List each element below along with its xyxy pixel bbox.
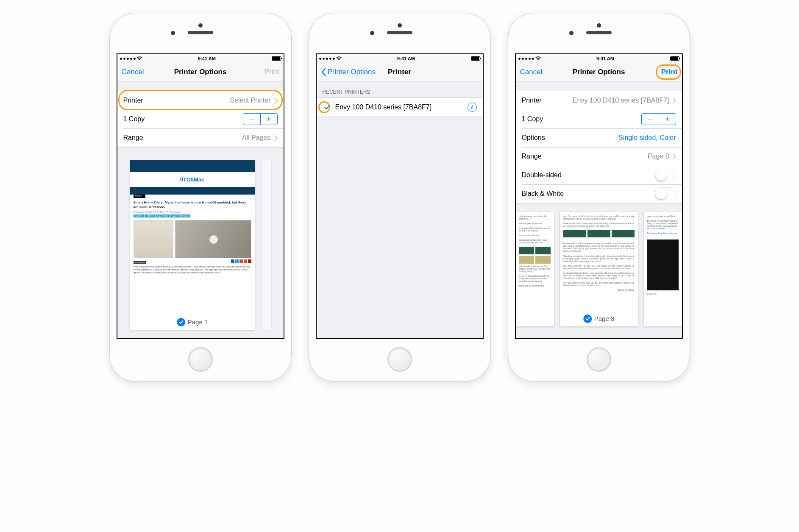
back-button[interactable]: Printer Options <box>317 63 380 81</box>
article-tags: FEATUREHOMEKITSMART HOMESMART HOME DIARY <box>134 214 251 217</box>
page-thumbnail-selected[interactable]: app. The upshot of all this is that both… <box>560 212 638 326</box>
screen: 9:41 AM Cancel Printer Options Print Pri… <box>515 53 683 339</box>
status-time: 9:41 AM <box>397 56 415 61</box>
sensor-dot <box>398 23 402 28</box>
page-thumbnail-prev[interactable]: reduced energy costs, but at the expense… <box>516 212 554 326</box>
guides-label: Guides <box>647 292 679 296</box>
preview-area[interactable]: 9TO5Mac TODAY Smart Home Diary: My entir… <box>117 148 284 338</box>
print-button: Print <box>260 63 284 81</box>
check-icon <box>583 315 592 323</box>
nav-title: Printer Options <box>573 68 625 76</box>
ear-speaker <box>188 31 213 34</box>
double-sided-switch[interactable] <box>655 169 676 181</box>
range-value: All Pages <box>242 134 271 142</box>
phone-mockup-3: 9:41 AM Cancel Printer Options Print Pri… <box>508 13 690 382</box>
printer-row[interactable]: Printer Select Printer <box>117 91 284 110</box>
printer-value: Envy 100 D410 series [7BA8F7] <box>573 97 669 104</box>
printer-label: Printer <box>123 97 143 104</box>
double-sided-label: Double-sided <box>522 171 562 179</box>
article-excerpt: I wrote last time that despite having 16… <box>134 265 251 274</box>
range-row[interactable]: Range All Pages <box>117 128 284 147</box>
screen: 9:41 AM Printer Options Printer RECENT P… <box>316 53 484 339</box>
chevron-right-icon <box>274 98 278 103</box>
preview-area[interactable]: reduced energy costs, but at the expense… <box>516 203 682 338</box>
wifi-icon <box>137 56 142 61</box>
home-button[interactable] <box>387 347 412 372</box>
phone-mockup-2: 9:41 AM Printer Options Printer RECENT P… <box>309 13 491 382</box>
nav-bar: Cancel Printer Options Print <box>117 63 284 81</box>
copies-stepper[interactable]: − + <box>641 113 676 125</box>
bw-label: Black & White <box>522 190 564 198</box>
printer-row[interactable]: Printer Envy 100 D410 series [7BA8F7] <box>516 91 682 110</box>
options-label: Options <box>522 134 545 142</box>
nav-title: Printer Options <box>174 68 227 76</box>
chevron-right-icon <box>274 135 278 141</box>
stepper-plus[interactable]: + <box>260 114 277 125</box>
battery-icon <box>272 56 281 61</box>
cancel-button[interactable]: Cancel <box>516 63 547 81</box>
home-button[interactable] <box>188 347 213 372</box>
bw-switch[interactable] <box>655 187 676 200</box>
settings-list: Printer Envy 100 D410 series [7BA8F7] 1 … <box>516 91 682 203</box>
printer-name: Envy 100 D410 series [7BA8F7] <box>335 103 432 111</box>
stepper-minus[interactable]: − <box>243 114 260 125</box>
printer-label: Printer <box>522 97 542 104</box>
battery-icon <box>670 56 679 61</box>
stepper-plus[interactable]: + <box>659 114 676 125</box>
printer-list: Envy 100 D410 series [7BA8F7] i <box>317 97 483 117</box>
bw-row: Black & White <box>516 184 682 203</box>
nav-bar: Printer Options Printer <box>317 63 483 81</box>
copies-label: 1 Copy <box>123 115 145 123</box>
printer-item[interactable]: Envy 100 D410 series [7BA8F7] i <box>317 98 483 117</box>
print-button[interactable]: Print <box>657 63 682 81</box>
front-camera <box>370 31 374 35</box>
page-thumbnail[interactable]: 9TO5Mac TODAY Smart Home Diary: My entir… <box>130 160 255 330</box>
ear-speaker <box>387 31 412 34</box>
cancel-button[interactable]: Cancel <box>117 63 148 81</box>
nav-bar: Cancel Printer Options Print <box>516 63 682 81</box>
checkmark-icon <box>323 103 332 112</box>
range-row[interactable]: Range Page 8 <box>516 147 682 166</box>
article-site: 9TO5Mac <box>134 176 251 184</box>
front-camera <box>171 31 175 35</box>
front-camera <box>569 31 573 35</box>
section-header: RECENT PRINTERS <box>317 81 483 97</box>
sensor-dot <box>597 23 601 28</box>
phone-mockup-1: 9:41 AM Cancel Printer Options Print Pri… <box>109 13 292 382</box>
status-bar: 9:41 AM <box>516 54 682 63</box>
nav-title: Printer <box>388 68 411 76</box>
chevron-right-icon <box>673 98 676 103</box>
copies-label: 1 Copy <box>522 115 543 123</box>
double-sided-row: Double-sided <box>516 166 682 184</box>
status-time: 9:41 AM <box>198 56 216 61</box>
status-time: 9:41 AM <box>596 56 614 61</box>
page-thumbnail-peek[interactable] <box>262 160 271 330</box>
check-icon <box>177 318 185 326</box>
printer-value: Select Printer <box>230 97 270 104</box>
article-title: Smart Home Diary: My entire home is now … <box>134 201 251 209</box>
page-label: Page 1 <box>188 318 208 326</box>
home-button[interactable] <box>587 347 611 372</box>
ear-speaker <box>586 31 612 34</box>
page-thumbnail-next[interactable]: days to grant guest access? Due But over… <box>644 212 682 326</box>
copies-row: 1 Copy − + <box>516 110 682 128</box>
status-bar: 9:41 AM <box>117 54 284 63</box>
options-row[interactable]: Options Single-sided, Color <box>516 128 682 147</box>
settings-list: Printer Select Printer 1 Copy − + Range … <box>117 91 284 148</box>
stepper-minus[interactable]: − <box>642 114 659 125</box>
page-badge[interactable]: Page 1 <box>177 318 208 326</box>
options-value: Single-sided, Color <box>618 134 676 142</box>
range-value: Page 8 <box>648 153 669 160</box>
status-bar: 9:41 AM <box>317 54 483 63</box>
page-badge[interactable]: Page 8 <box>583 315 615 323</box>
copies-stepper[interactable]: − + <box>243 113 278 125</box>
chevron-left-icon <box>321 68 326 76</box>
copies-row: 1 Copy − + <box>117 110 284 128</box>
sensor-dot <box>198 23 203 28</box>
article-byline: Ben Lovejoy · Feb 20th 2017 7:18 am PT ·… <box>134 211 251 214</box>
battery-icon <box>471 56 480 61</box>
info-icon[interactable]: i <box>468 103 477 112</box>
range-label: Range <box>522 153 542 160</box>
wifi-icon <box>535 56 541 61</box>
wifi-icon <box>336 56 342 61</box>
